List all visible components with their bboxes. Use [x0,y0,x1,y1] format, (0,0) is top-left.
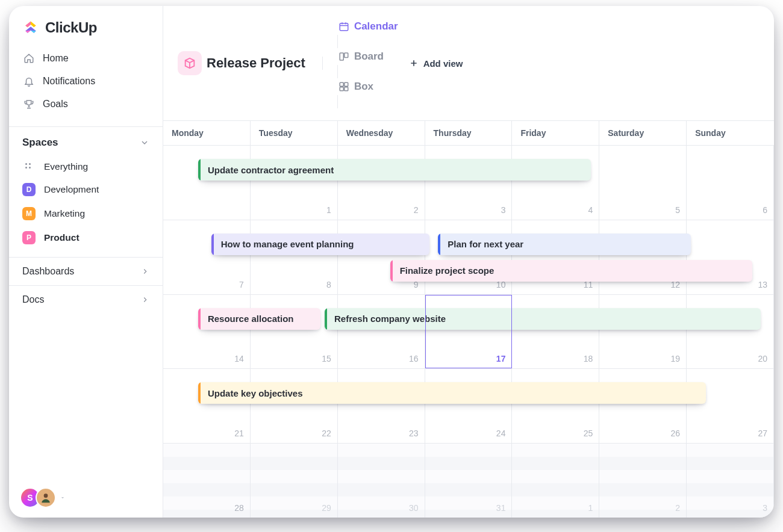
svg-point-1 [29,163,31,165]
calendar-cell[interactable]: 16 [338,295,425,369]
view-board[interactable]: Board [332,48,404,65]
calendar-cell[interactable]: 1 [251,146,338,220]
day-number: 3 [763,503,767,513]
calendar-cell[interactable]: 2 [599,444,687,518]
calendar-cell[interactable]: 13 [687,220,774,294]
calendar-cell[interactable]: 23 [338,369,425,443]
calendar-cell[interactable]: 22 [251,369,338,443]
add-view-button[interactable]: Add view [409,58,463,69]
calendar-cell[interactable]: 30 [338,444,425,518]
day-number: 21 [234,428,244,438]
svg-rect-11 [345,87,348,91]
brand-logo[interactable]: ClickUp [9,6,163,45]
calendar-week: 14151617181920Resource allocationRefresh… [163,294,774,369]
day-number: 6 [763,205,767,215]
calendar-cell[interactable]: 17 [425,295,513,369]
day-number: 7 [239,280,244,289]
svg-rect-9 [345,82,348,86]
day-number: 14 [234,354,244,363]
nav-notifications[interactable]: Notifications [15,70,157,93]
calendar-cell[interactable]: 18 [512,295,599,369]
svg-point-3 [29,167,31,169]
avatar-letter: S [27,493,33,503]
project-icon[interactable] [178,51,202,75]
day-number: 1 [326,205,331,215]
day-number: 19 [671,354,681,363]
calendar-cell[interactable]: 9 [338,220,425,294]
event-title: How to manage event planning [214,239,361,249]
calendar-event[interactable]: Update key objectives [198,382,706,404]
day-header-sunday: Sunday [687,121,774,145]
calendar-cell[interactable]: 27 [687,369,774,443]
calendar-event[interactable]: Plan for next year [438,234,691,255]
svg-point-0 [25,163,27,165]
event-title: Plan for next year [440,239,531,249]
svg-point-4 [44,493,48,498]
day-number: 24 [496,428,506,438]
calendar-cell[interactable]: 31 [425,444,513,518]
event-title: Finalize project scope [393,265,502,276]
calendar-event[interactable]: Refresh company website [325,308,761,330]
view-box[interactable]: Box [332,78,404,95]
day-header-saturday: Saturday [599,121,687,145]
calendar-cell[interactable]: 7 [163,220,251,294]
nav-home[interactable]: Home [15,47,157,70]
calendar-cell[interactable]: 12 [599,220,687,294]
space-everything[interactable]: Everything [9,156,163,178]
day-header-monday: Monday [163,121,251,145]
plus-icon [409,58,419,68]
calendar-event[interactable]: Update contractor agreement [198,159,591,181]
calendar-cell[interactable]: 2 [338,146,425,220]
day-number: 20 [758,354,767,363]
calendar-week: 28293031123 [163,443,774,518]
calendar-cell[interactable]: 14 [163,295,251,369]
calendar-event[interactable]: How to manage event planning [211,234,429,255]
day-number: 13 [758,280,767,289]
calendar-cell[interactable]: 3 [425,146,513,220]
calendar-cell[interactable]: 26 [599,369,687,443]
project-title[interactable]: Release Project [207,55,305,71]
presence-avatars[interactable]: S [20,487,66,508]
board-icon [338,51,349,62]
calendar-cell[interactable]: 19 [599,295,687,369]
calendar-cell[interactable]: 5 [599,146,687,220]
calendar-event[interactable]: Finalize project scope [390,260,752,282]
calendar-cell[interactable]: 15 [251,295,338,369]
space-item-marketing[interactable]: MMarketing [9,202,163,226]
nav-goals[interactable]: Goals [15,93,157,116]
calendar-cell[interactable] [163,146,251,220]
calendar-week: 123456Update contractor agreement [163,145,774,220]
person-icon [40,492,52,504]
calendar-cell[interactable]: 3 [687,444,774,518]
sidebar-row-dashboards[interactable]: Dashboards [9,257,163,285]
view-label: Board [354,51,384,63]
day-number: 31 [496,503,506,513]
view-calendar[interactable]: Calendar [332,18,404,35]
calendar-cell[interactable]: 28 [163,444,251,518]
calendar-event[interactable]: Resource allocation [198,308,320,330]
calendar-cell[interactable]: 20 [687,295,774,369]
calendar-cell[interactable]: 29 [251,444,338,518]
day-number: 5 [675,205,680,215]
event-title: Update key objectives [201,388,310,398]
calendar-cell[interactable]: 21 [163,369,251,443]
calendar-cell[interactable]: 1 [512,444,599,518]
calendar-cell[interactable]: 4 [512,146,599,220]
topbar: Release Project CalendarBoardBox Add vie… [163,6,774,120]
calendar-cell[interactable]: 8 [251,220,338,294]
calendar-cell[interactable]: 25 [512,369,599,443]
trophy-icon [23,99,34,110]
view-label: Calendar [354,20,398,32]
calendar-cell[interactable]: 24 [425,369,513,443]
main: Release Project CalendarBoardBox Add vie… [163,6,774,518]
calendar-cell[interactable]: 11 [512,220,599,294]
chevron-right-icon [141,295,149,304]
sidebar-row-docs[interactable]: Docs [9,285,163,314]
spaces-header[interactable]: Spaces [9,127,163,156]
calendar-cell[interactable]: 6 [687,146,774,220]
space-item-development[interactable]: DDevelopment [9,178,163,202]
spaces-header-label: Spaces [22,137,58,149]
calendar-cell[interactable]: 10 [425,220,513,294]
space-item-product[interactable]: PProduct [9,226,163,250]
nav-label: Goals [43,99,68,110]
